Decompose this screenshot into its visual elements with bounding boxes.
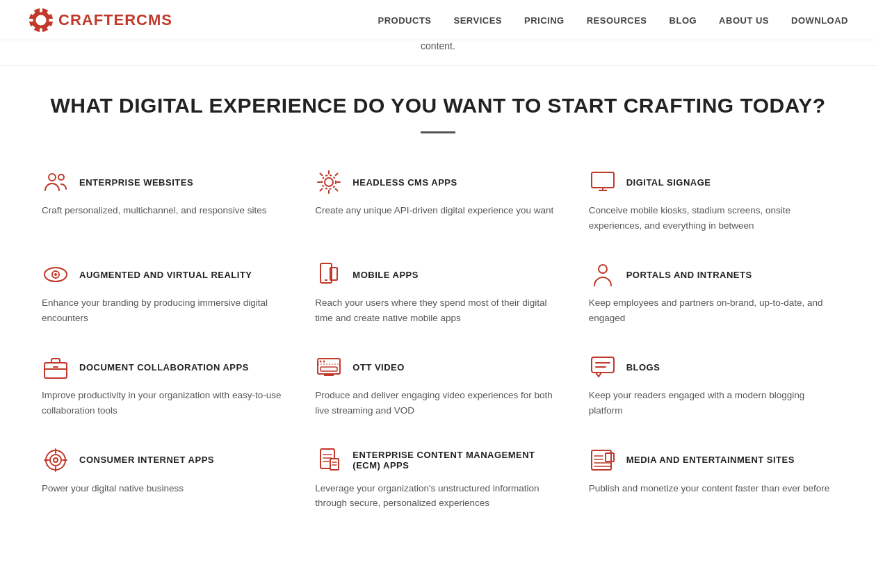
monitor-icon	[589, 168, 617, 196]
nav-products[interactable]: PRODUCTS	[378, 15, 432, 26]
card-augmented-reality: AUGMENTED AND VIRTUAL REALITY Enhance yo…	[42, 261, 287, 325]
card-desc: Conceive mobile kiosks, stadium screens,…	[589, 203, 834, 233]
svg-rect-3	[40, 28, 42, 32]
svg-rect-2	[40, 8, 42, 12]
svg-point-12	[325, 178, 333, 186]
mobile-icon	[315, 261, 343, 288]
card-title: AUGMENTED AND VIRTUAL REALITY	[79, 270, 252, 280]
card-title: CONSUMER INTERNET APPS	[79, 455, 214, 465]
card-header: OTT VIDEO	[315, 353, 560, 381]
person-icon	[589, 261, 617, 288]
briefcase-icon	[42, 353, 70, 381]
svg-point-19	[54, 273, 57, 276]
logo-crafter: CRAFTER	[58, 11, 136, 28]
users-icon	[42, 168, 70, 196]
svg-point-10	[49, 174, 56, 181]
cards-grid: ENTERPRISE WEBSITES Craft personalized, …	[42, 168, 834, 511]
intro-content: content.	[421, 40, 455, 51]
card-header: BLOGS	[589, 353, 834, 381]
card-header: ENTERPRISE CONTENT MANAGEMENT (ECM) APPS	[315, 446, 560, 474]
newspaper-icon	[589, 446, 617, 474]
section-title: WHAT DIGITAL EXPERIENCE DO YOU WANT TO S…	[42, 94, 834, 117]
nav-blog[interactable]: BLOG	[670, 15, 697, 26]
card-header: MOBILE APPS	[315, 261, 560, 288]
svg-point-23	[599, 265, 607, 273]
card-consumer-internet: CONSUMER INTERNET APPS Power your digita…	[42, 446, 287, 511]
target-icon	[42, 446, 70, 474]
card-header: AUGMENTED AND VIRTUAL REALITY	[42, 261, 287, 288]
card-blogs: BLOGS Keep your readers engaged with a m…	[589, 353, 834, 418]
card-title: HEADLESS CMS APPS	[352, 177, 457, 188]
card-ecm-apps: ENTERPRISE CONTENT MANAGEMENT (ECM) APPS…	[315, 446, 560, 511]
card-document-collaboration: DOCUMENT COLLABORATION APPS Improve prod…	[42, 353, 287, 418]
eye-icon	[42, 261, 70, 288]
card-title: PORTALS AND INTRANETS	[626, 270, 752, 280]
card-desc: Power your digital native business	[42, 481, 287, 496]
tv-icon	[315, 353, 343, 381]
svg-rect-31	[321, 367, 337, 371]
svg-point-30	[323, 361, 325, 363]
card-header: ENTERPRISE WEBSITES	[42, 168, 287, 196]
card-title: DOCUMENT COLLABORATION APPS	[79, 362, 249, 373]
card-desc: Leverage your organization's unstructure…	[315, 481, 560, 511]
svg-rect-5	[49, 19, 53, 22]
card-mobile-apps: MOBILE APPS Reach your users where they …	[315, 261, 560, 325]
card-title: MEDIA AND ENTERTAINMENT SITES	[626, 455, 795, 465]
card-header: MEDIA AND ENTERTAINMENT SITES	[589, 446, 834, 474]
card-desc: Enhance your branding by producing immer…	[42, 295, 287, 325]
section-divider	[421, 131, 455, 133]
svg-rect-24	[44, 363, 67, 378]
card-title: OTT VIDEO	[352, 362, 405, 373]
main-section: WHAT DIGITAL EXPERIENCE DO YOU WANT TO S…	[0, 66, 876, 553]
svg-point-37	[50, 455, 61, 466]
chat-icon	[589, 353, 617, 381]
logo[interactable]: CRAFTERCMS	[28, 7, 172, 33]
navigation: CRAFTERCMS PRODUCTS SERVICES PRICING RES…	[0, 0, 876, 40]
svg-point-1	[35, 15, 46, 25]
card-media-entertainment: MEDIA AND ENTERTAINMENT SITES Publish an…	[589, 446, 834, 511]
logo-icon	[28, 7, 54, 33]
nav-about-us[interactable]: ABOUT US	[719, 15, 769, 26]
card-title: ENTERPRISE CONTENT MANAGEMENT (ECM) APPS	[352, 450, 560, 471]
card-desc: Keep employees and partners on-brand, up…	[589, 295, 834, 325]
card-desc: Reach your users where they spend most o…	[315, 295, 560, 325]
card-desc: Improve productivity in your organizatio…	[42, 388, 287, 418]
card-digital-signage: DIGITAL SIGNAGE Conceive mobile kiosks, …	[589, 168, 834, 233]
card-title: DIGITAL SIGNAGE	[626, 177, 711, 188]
card-header: CONSUMER INTERNET APPS	[42, 446, 287, 474]
card-title: MOBILE APPS	[352, 270, 419, 280]
card-title: ENTERPRISE WEBSITES	[79, 177, 193, 188]
card-header: HEADLESS CMS APPS	[315, 168, 560, 196]
nav-resources[interactable]: RESOURCES	[587, 15, 647, 26]
svg-rect-51	[606, 453, 614, 462]
card-title: BLOGS	[626, 362, 660, 373]
svg-rect-47	[330, 459, 339, 470]
gear-icon	[315, 168, 343, 196]
svg-rect-4	[29, 19, 33, 22]
card-desc: Keep your readers engaged with a modern …	[589, 388, 834, 418]
svg-point-38	[54, 458, 58, 462]
svg-rect-14	[592, 172, 614, 188]
card-portals-intranets: PORTALS AND INTRANETS Keep employees and…	[589, 261, 834, 325]
svg-point-29	[320, 361, 322, 363]
card-desc: Craft personalized, multichannel, and re…	[42, 203, 287, 218]
card-ott-video: OTT VIDEO Produce and deliver engaging v…	[315, 353, 560, 418]
svg-rect-33	[592, 357, 614, 373]
intro-text: content.	[0, 40, 876, 66]
card-header: DIGITAL SIGNAGE	[589, 168, 834, 196]
nav-download[interactable]: DOWNLOAD	[791, 15, 848, 26]
doc-icon	[315, 446, 343, 474]
nav-links: PRODUCTS SERVICES PRICING RESOURCES BLOG…	[378, 14, 848, 26]
card-desc: Create any unique API-driven digital exp…	[315, 203, 560, 218]
card-desc: Produce and deliver engaging video exper…	[315, 388, 560, 418]
nav-pricing[interactable]: PRICING	[524, 15, 565, 26]
svg-point-11	[58, 174, 64, 180]
card-header: PORTALS AND INTRANETS	[589, 261, 834, 288]
card-desc: Publish and monetize your content faster…	[589, 481, 834, 496]
card-header: DOCUMENT COLLABORATION APPS	[42, 353, 287, 381]
nav-services[interactable]: SERVICES	[454, 15, 503, 26]
card-enterprise-websites: ENTERPRISE WEBSITES Craft personalized, …	[42, 168, 287, 233]
card-headless-cms: HEADLESS CMS APPS Create any unique API-…	[315, 168, 560, 233]
logo-cms: CMS	[136, 11, 172, 28]
